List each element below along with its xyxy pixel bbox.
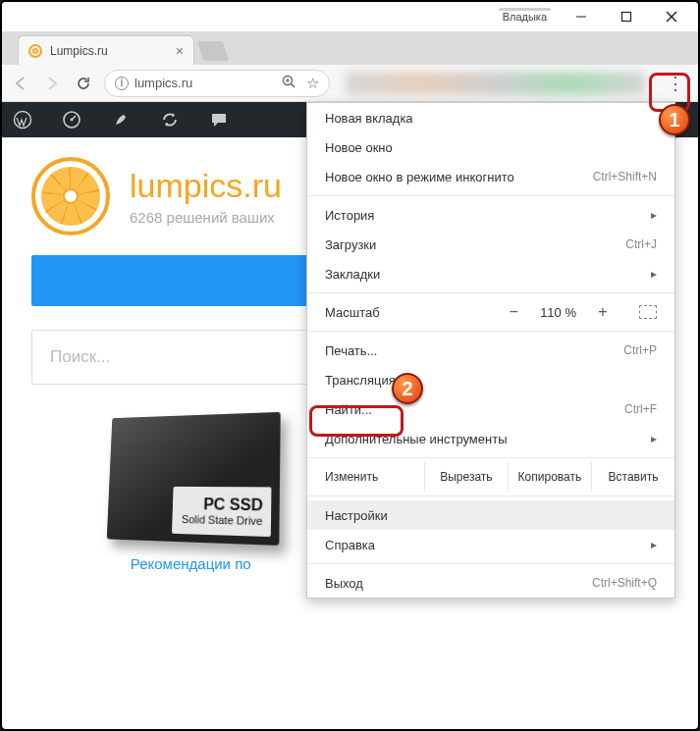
menu-label: Новое окно bbox=[325, 140, 393, 155]
menu-separator bbox=[307, 331, 674, 332]
new-tab-button[interactable] bbox=[197, 41, 229, 61]
svg-point-11 bbox=[71, 119, 74, 122]
site-title-block: lumpics.ru 6268 решений ваших bbox=[130, 167, 282, 226]
site-title: lumpics.ru bbox=[130, 167, 282, 205]
menu-label: Справка bbox=[325, 538, 375, 552]
window-titlebar: Владыка bbox=[2, 2, 698, 31]
zoom-indicator-icon[interactable] bbox=[282, 75, 296, 92]
menu-edit-label: Изменить bbox=[307, 462, 424, 492]
menu-label: Закладки bbox=[325, 267, 380, 282]
menu-new-window[interactable]: Новое окно bbox=[307, 132, 674, 162]
zoom-value: 110 % bbox=[540, 305, 576, 320]
menu-label: История bbox=[325, 208, 374, 223]
menu-separator bbox=[307, 496, 674, 496]
menu-copy[interactable]: Копировать bbox=[508, 462, 591, 492]
site-logo-icon bbox=[31, 157, 110, 235]
zoom-in-button[interactable]: + bbox=[594, 303, 612, 321]
profile-chip[interactable]: Владыка bbox=[495, 11, 555, 23]
ssd-label-2: Solid State Drive bbox=[182, 513, 263, 527]
menu-label: Новая вкладка bbox=[325, 111, 413, 126]
menu-label: Масштаб bbox=[325, 305, 505, 320]
annotation-badge-2: 2 bbox=[392, 373, 423, 404]
menu-label: Печать... bbox=[325, 343, 377, 358]
minimize-button[interactable] bbox=[559, 3, 604, 30]
annotation-badge-1: 1 bbox=[659, 104, 690, 135]
submenu-arrow-icon: ▸ bbox=[651, 267, 657, 281]
maximize-button[interactable] bbox=[604, 3, 649, 30]
menu-separator bbox=[307, 195, 674, 196]
menu-zoom: Масштаб − 110 % + bbox=[307, 297, 674, 327]
forward-button[interactable] bbox=[41, 73, 63, 94]
comments-icon[interactable] bbox=[208, 109, 230, 131]
menu-new-tab[interactable]: Новая вкладка bbox=[307, 103, 674, 132]
menu-label: Новое окно в режиме инкогнито bbox=[325, 170, 514, 184]
menu-separator bbox=[307, 292, 674, 293]
menu-exit[interactable]: ВыходCtrl+Shift+Q bbox=[307, 568, 674, 598]
dashboard-icon[interactable] bbox=[61, 109, 82, 131]
menu-history[interactable]: История▸ bbox=[307, 200, 674, 230]
search-placeholder: Поиск... bbox=[50, 347, 110, 367]
svg-line-5 bbox=[292, 83, 296, 87]
site-info-icon[interactable]: i bbox=[115, 77, 129, 90]
submenu-arrow-icon: ▸ bbox=[651, 538, 657, 551]
toolbar: i lumpics.ru ☆ ⋮ bbox=[2, 65, 698, 102]
tab-close-icon[interactable]: × bbox=[176, 43, 184, 59]
menu-help[interactable]: Справка▸ bbox=[307, 530, 674, 559]
submenu-arrow-icon: ▸ bbox=[651, 208, 657, 222]
shortcut-label: Ctrl+Shift+Q bbox=[592, 576, 657, 590]
zoom-out-button[interactable]: − bbox=[505, 303, 522, 321]
menu-label: Настройки bbox=[325, 508, 388, 523]
shortcut-label: Ctrl+P bbox=[623, 343, 657, 357]
menu-edit-row: Изменить Вырезать Копировать Вставить bbox=[307, 462, 674, 492]
menu-print[interactable]: Печать...Ctrl+P bbox=[307, 336, 674, 365]
menu-label: Выход bbox=[325, 576, 363, 591]
reload-button[interactable] bbox=[73, 73, 94, 94]
browser-window: Владыка Lumpics.ru × i lump bbox=[0, 0, 700, 731]
menu-incognito[interactable]: Новое окно в режиме инкогнитоCtrl+Shift+… bbox=[307, 162, 674, 191]
card-link-1[interactable]: Рекомендации по bbox=[61, 555, 321, 572]
extensions-area bbox=[346, 72, 645, 95]
address-bar[interactable]: i lumpics.ru ☆ bbox=[104, 70, 330, 97]
menu-bookmarks[interactable]: Закладки▸ bbox=[307, 259, 674, 288]
shortcut-label: Ctrl+F bbox=[624, 402, 657, 416]
site-subtitle: 6268 решений ваших bbox=[130, 209, 282, 226]
url-text: lumpics.ru bbox=[135, 76, 192, 90]
shortcut-label: Ctrl+Shift+N bbox=[593, 170, 657, 183]
annotation-box-2 bbox=[309, 405, 404, 437]
tab-active[interactable]: Lumpics.ru × bbox=[18, 35, 194, 65]
menu-paste[interactable]: Вставить bbox=[591, 462, 674, 492]
svg-point-8 bbox=[15, 112, 31, 129]
menu-settings[interactable]: Настройки bbox=[307, 500, 674, 530]
menu-separator bbox=[307, 457, 674, 458]
back-button[interactable] bbox=[10, 73, 31, 94]
tab-strip: Lumpics.ru × bbox=[2, 31, 698, 65]
svg-rect-1 bbox=[622, 13, 631, 22]
menu-cut[interactable]: Вырезать bbox=[424, 462, 508, 492]
fullscreen-icon[interactable] bbox=[639, 305, 657, 319]
favicon-icon bbox=[28, 44, 42, 58]
menu-cast[interactable]: Трансляция... bbox=[307, 365, 674, 394]
menu-label: Загрузки bbox=[325, 237, 376, 252]
bookmark-star-icon[interactable]: ☆ bbox=[306, 75, 319, 92]
card-ssd[interactable]: PC SSD Solid State Drive Рекомендации по bbox=[61, 414, 321, 572]
menu-downloads[interactable]: ЗагрузкиCtrl+J bbox=[307, 230, 674, 259]
tab-title: Lumpics.ru bbox=[50, 44, 108, 58]
shortcut-label: Ctrl+J bbox=[625, 237, 657, 251]
wordpress-icon[interactable] bbox=[12, 109, 33, 131]
main-menu: Новая вкладка Новое окно Новое окно в ре… bbox=[306, 102, 675, 599]
ssd-label-1: PC SSD bbox=[203, 496, 263, 514]
submenu-arrow-icon: ▸ bbox=[651, 432, 657, 445]
menu-separator bbox=[307, 563, 674, 564]
ssd-thumbnail: PC SSD Solid State Drive bbox=[107, 412, 281, 546]
close-window-button[interactable] bbox=[649, 3, 694, 30]
customize-icon[interactable] bbox=[110, 109, 132, 131]
updates-icon[interactable] bbox=[159, 109, 181, 131]
